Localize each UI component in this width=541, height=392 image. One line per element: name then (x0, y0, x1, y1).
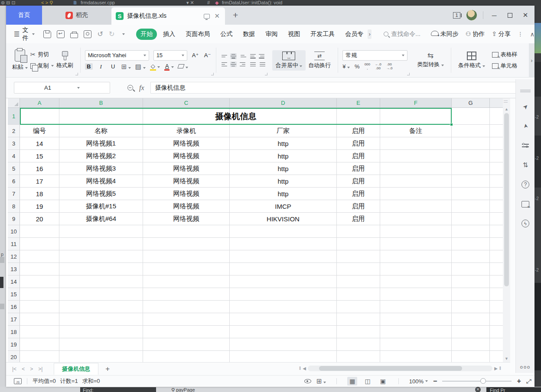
cell[interactable]: 名称 (59, 125, 143, 137)
conditional-format-button[interactable]: 条件格式 (456, 51, 488, 70)
cell[interactable]: 网络视频2 (59, 150, 143, 162)
cell[interactable] (59, 351, 143, 362)
cell[interactable] (380, 150, 452, 162)
number-format-select[interactable]: 常规 (342, 50, 407, 61)
type-convert-button[interactable]: ⇆ 类型转换 (414, 51, 446, 69)
scroll-right-icon[interactable]: ▶ (494, 366, 498, 371)
cell[interactable] (380, 263, 452, 275)
cell[interactable]: 16 (20, 162, 59, 175)
percent-button[interactable]: % (355, 63, 360, 70)
tab-docer[interactable]: 稻壳 (42, 6, 111, 25)
export-icon[interactable] (57, 30, 65, 38)
cell[interactable] (59, 338, 143, 351)
cut-button[interactable]: ✂剪切 (30, 51, 54, 58)
cell[interactable] (380, 200, 452, 213)
sidebar-more-icon[interactable]: ooo (516, 364, 534, 369)
settings-sliders-icon[interactable] (521, 141, 530, 150)
hamburger-icon[interactable]: ☰ (14, 30, 19, 38)
cell[interactable] (380, 137, 452, 150)
cell[interactable] (452, 175, 490, 188)
collaborate-button[interactable]: ⚇ 协作 (466, 30, 485, 38)
cell[interactable] (230, 225, 337, 238)
cell[interactable] (230, 250, 337, 263)
cell[interactable]: http (230, 162, 337, 175)
cell[interactable] (380, 351, 452, 362)
close-document-icon[interactable]: ✕ (213, 12, 221, 20)
macro-js-icon[interactable]: JS (14, 378, 22, 384)
redo-icon[interactable]: ↻ (109, 30, 114, 38)
cell[interactable] (143, 263, 230, 275)
cell[interactable] (490, 250, 504, 263)
alignment-dialog-launcher[interactable] (265, 73, 267, 75)
share-button[interactable]: ⇪ 分享 (492, 30, 511, 38)
clear-format-button[interactable] (178, 63, 188, 70)
increase-font-icon[interactable]: A⁺ (192, 52, 199, 58)
cell[interactable]: http (230, 188, 337, 200)
align-right-icon[interactable] (240, 62, 246, 68)
ribbon-overflow-button[interactable]: › (529, 43, 534, 78)
row-header[interactable]: 16 (8, 301, 20, 313)
cell[interactable] (452, 238, 490, 250)
cell[interactable] (452, 263, 490, 275)
align-bottom-icon[interactable] (240, 54, 246, 58)
maximize-button[interactable] (505, 12, 515, 19)
tab-home[interactable]: 首页 (6, 6, 42, 25)
cell[interactable]: HIKVISION (230, 213, 337, 225)
cell[interactable]: 编号 (20, 125, 59, 137)
cell[interactable] (490, 188, 504, 200)
font-color-button[interactable]: A (164, 63, 174, 71)
cell[interactable] (337, 263, 380, 275)
cell[interactable] (20, 238, 59, 250)
cell[interactable] (143, 313, 230, 326)
cell[interactable] (452, 125, 490, 137)
cell[interactable] (490, 213, 504, 225)
cell[interactable] (337, 275, 380, 288)
cell[interactable] (490, 288, 504, 301)
row-header[interactable]: 18 (8, 326, 20, 338)
fill-handle[interactable] (450, 123, 453, 126)
monitor-icon[interactable] (204, 14, 210, 19)
cell[interactable] (490, 275, 504, 288)
cell[interactable] (452, 162, 490, 175)
cell[interactable] (452, 313, 490, 326)
cell[interactable] (59, 225, 143, 238)
cell[interactable]: 18 (20, 188, 59, 200)
cell[interactable]: 启用 (337, 188, 380, 200)
cell[interactable] (20, 338, 59, 351)
cell-shading-button[interactable]: ▨ (135, 63, 146, 71)
underline-button[interactable]: U (109, 63, 117, 70)
cell[interactable]: 启用 (337, 137, 380, 150)
cell[interactable] (230, 326, 337, 338)
save-icon[interactable] (43, 30, 51, 38)
cell[interactable]: 20 (20, 213, 59, 225)
command-search[interactable]: 查找命令... (384, 30, 426, 38)
row-header[interactable]: 8 (8, 200, 20, 213)
cell[interactable]: 启用 (337, 175, 380, 188)
normal-view-icon[interactable]: ▦ (347, 377, 357, 386)
align-left-icon[interactable] (221, 62, 227, 68)
column-header[interactable] (490, 98, 504, 108)
cell[interactable] (380, 288, 452, 301)
cell[interactable] (337, 313, 380, 326)
name-box[interactable]: A1 (14, 82, 110, 94)
cell[interactable] (143, 275, 230, 288)
cell[interactable] (230, 238, 337, 250)
page-layout-view-icon[interactable]: ▣ (378, 377, 388, 386)
cell[interactable] (143, 238, 230, 250)
cell[interactable] (490, 125, 504, 137)
cell[interactable] (490, 108, 504, 125)
cell[interactable] (490, 301, 504, 313)
cell[interactable] (143, 326, 230, 338)
column-header[interactable]: A (20, 98, 59, 108)
zoom-slider[interactable] (442, 381, 512, 382)
zoom-formula-icon[interactable] (127, 85, 133, 91)
cell[interactable] (143, 288, 230, 301)
cell[interactable]: http (230, 150, 337, 162)
minimize-button[interactable]: ─ (489, 12, 499, 19)
increase-indent-icon[interactable] (259, 53, 265, 59)
cell[interactable] (20, 275, 59, 288)
cell[interactable]: 网络视频4 (59, 175, 143, 188)
cell[interactable] (380, 326, 452, 338)
cell[interactable] (490, 200, 504, 213)
cell[interactable] (337, 326, 380, 338)
